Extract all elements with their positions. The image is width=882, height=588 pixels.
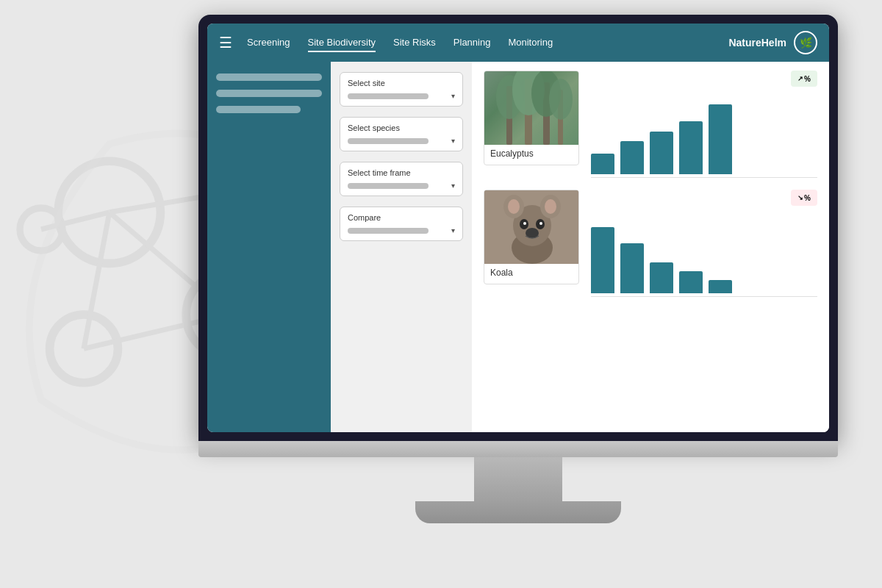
screen: ☰ Screening Site Biodiversity Site Risks…: [207, 24, 829, 432]
species-row-koala: Koala ↘ %: [484, 190, 817, 297]
eucalyptus-bar-chart: [591, 97, 817, 178]
filter-timeframe-row: ▾: [348, 182, 455, 190]
koala-badge-text: %: [804, 194, 811, 202]
bar-k1: [591, 227, 614, 293]
screen-bezel: ☰ Screening Site Biodiversity Site Risks…: [198, 15, 838, 441]
eucalyptus-image: [484, 71, 579, 145]
bar-4: [679, 121, 703, 174]
filter-compare-chevron: ▾: [451, 226, 455, 234]
monitor-bottom: [198, 441, 838, 457]
filter-compare-label: Compare: [348, 213, 455, 222]
svg-point-25: [545, 199, 556, 214]
results-area: Eucalyptus ↗ %: [472, 62, 829, 432]
nav-links: Screening Site Biodiversity Site Risks P…: [247, 34, 728, 52]
chart-koala: ↘ %: [591, 190, 817, 297]
koala-badge: ↘ %: [791, 190, 817, 206]
filter-timeframe-dropdown[interactable]: Select time frame ▾: [340, 162, 463, 196]
nav-site-risks[interactable]: Site Risks: [393, 34, 436, 52]
filter-site-bar: [348, 93, 429, 99]
species-card-eucalyptus: Eucalyptus: [484, 71, 579, 165]
monitor-stand: [415, 501, 621, 523]
svg-point-24: [508, 199, 520, 214]
navbar: ☰ Screening Site Biodiversity Site Risks…: [207, 24, 829, 62]
koala-trend-icon: ↘: [797, 194, 803, 201]
eucalyptus-badge-text: %: [804, 75, 811, 83]
filter-timeframe-label: Select time frame: [348, 168, 455, 177]
filter-compare-dropdown[interactable]: Compare ▾: [340, 207, 463, 241]
filter-compare-bar: [348, 228, 429, 234]
nav-planning[interactable]: Planning: [453, 34, 491, 52]
main-content: Select site ▾ Select species ▾: [207, 62, 829, 432]
koala-image: [484, 190, 579, 264]
bar-1: [591, 154, 614, 174]
monitor: ☰ Screening Site Biodiversity Site Risks…: [198, 15, 838, 544]
monitor-neck: [474, 457, 562, 501]
koala-bar-chart: [591, 216, 817, 297]
nav-site-biodiversity[interactable]: Site Biodiversity: [308, 34, 376, 52]
sidebar-bar-1: [216, 74, 322, 81]
species-row-eucalyptus: Eucalyptus ↗ %: [484, 71, 817, 178]
filter-species-bar: [348, 138, 429, 144]
sidebar: [207, 62, 331, 432]
nav-screening[interactable]: Screening: [247, 34, 290, 52]
eucalyptus-trend-icon: ↗: [797, 75, 803, 82]
species-card-koala: Koala: [484, 190, 579, 284]
sidebar-bar-2: [216, 90, 322, 97]
filter-species-chevron: ▾: [451, 137, 455, 145]
filter-site-dropdown[interactable]: Select site ▾: [340, 72, 463, 107]
filter-site-label: Select site: [348, 79, 455, 87]
svg-rect-18: [484, 71, 579, 145]
bar-2: [620, 141, 644, 174]
sidebar-bar-3: [216, 106, 301, 113]
nav-monitoring[interactable]: Monitoring: [508, 34, 553, 52]
eucalyptus-name: Eucalyptus: [484, 145, 578, 160]
filter-timeframe-chevron: ▾: [451, 182, 455, 190]
eucalyptus-badge: ↗ %: [791, 71, 817, 87]
svg-point-29: [539, 222, 542, 225]
brand-name: NatureHelm: [728, 37, 786, 49]
brand-icon: 🌿: [794, 31, 817, 54]
filter-species-row: ▾: [348, 137, 455, 145]
filter-site-row: ▾: [348, 92, 455, 100]
filter-species-dropdown[interactable]: Select species ▾: [340, 117, 463, 151]
bar-k4: [679, 271, 703, 293]
bar-k5: [709, 280, 732, 293]
koala-name: Koala: [484, 264, 578, 279]
filter-timeframe-bar: [348, 183, 429, 189]
filter-panel: Select site ▾ Select species ▾: [331, 62, 472, 432]
svg-point-28: [523, 222, 526, 225]
bar-k2: [620, 243, 644, 293]
bar-5: [709, 104, 732, 174]
chart-eucalyptus: ↗ %: [591, 71, 817, 178]
filter-species-label: Select species: [348, 123, 455, 132]
bar-3: [650, 132, 673, 174]
filter-compare-row: ▾: [348, 226, 455, 234]
filter-site-chevron: ▾: [451, 92, 455, 100]
bar-k3: [650, 262, 673, 293]
hamburger-icon[interactable]: ☰: [219, 34, 232, 51]
